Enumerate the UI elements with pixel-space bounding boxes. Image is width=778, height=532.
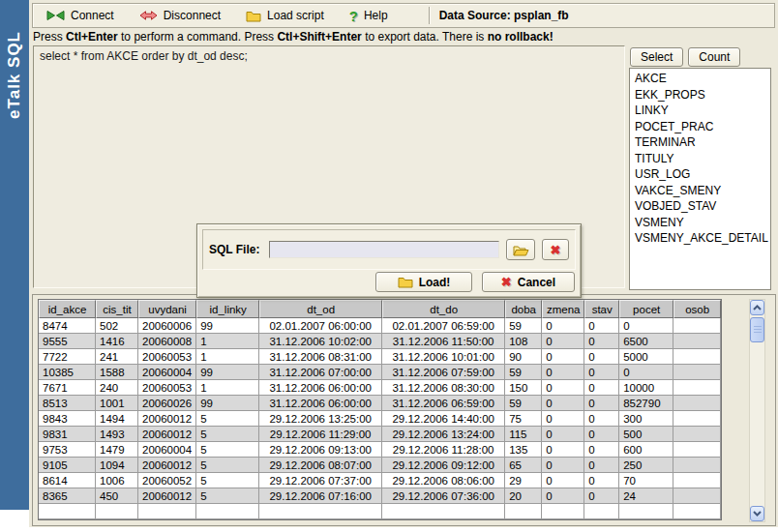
results-panel: id_akcecis_tituvydaniid_linkydt_oddt_dod… <box>32 294 776 526</box>
grid-row[interactable]: 103851588200600049931.12.2006 07:00:0031… <box>39 365 721 380</box>
help-button[interactable]: ? Help <box>344 6 394 26</box>
grid-row[interactable]: 9831149320060012529.12.2006 11:29:0029.1… <box>39 427 721 442</box>
grid-cell: 65 <box>505 458 542 473</box>
brand-sidebar: eTalk SQL <box>0 0 29 510</box>
grid-cell: 1 <box>196 349 259 365</box>
grid-cell: 1479 <box>96 442 138 458</box>
grid-row[interactable]: 8474502200600069902.01.2007 06:00:0002.0… <box>39 318 721 334</box>
grid-row[interactable]: 9753147920060004529.12.2006 09:13:0029.1… <box>39 442 721 458</box>
grid-row[interactable]: 9843149420060012529.12.2006 13:25:0029.1… <box>39 411 721 427</box>
grid-cell: 0 <box>542 411 584 427</box>
grid-column-header[interactable]: pocet <box>619 300 673 318</box>
grid-cell: 0 <box>542 473 584 488</box>
table-actions: Select Count <box>630 47 740 67</box>
grid-cell: 20 <box>505 488 542 504</box>
etalk-sql-window: eTalk SQL Connect Disconnect Load script… <box>0 0 778 532</box>
grid-column-header[interactable]: cis_tit <box>96 300 138 318</box>
grid-cell <box>673 427 721 442</box>
grid-cell: 7671 <box>39 380 96 396</box>
grid-cell <box>673 396 721 411</box>
grid-cell: 90 <box>505 349 542 365</box>
grid-column-header[interactable]: stav <box>584 300 619 318</box>
table-list-item[interactable]: TITULY <box>630 151 770 167</box>
grid-column-header[interactable]: uvydani <box>138 300 196 318</box>
grid-cell: 0 <box>542 318 584 334</box>
grid-header-row: id_akcecis_tituvydaniid_linkydt_oddt_dod… <box>39 300 721 318</box>
grid-cell: 02.01.2007 06:59:00 <box>382 318 505 334</box>
grid-row[interactable]: 767124020060053131.12.2006 06:00:0031.12… <box>39 380 721 396</box>
hint-segment: Ctl+Shift+Enter <box>277 30 361 44</box>
grid-cell: 108 <box>505 334 542 349</box>
toolbar: Connect Disconnect Load script ? Help Da… <box>32 3 775 28</box>
tables-list[interactable]: AKCEEKK_PROPSLINKYPOCET_PRACTERMINARTITU… <box>629 68 771 290</box>
app-title: eTalk SQL <box>5 31 24 119</box>
grid-cell: 0 <box>584 473 619 488</box>
grid-column-header[interactable]: doba <box>505 300 542 318</box>
grid-cell: 0 <box>542 380 584 396</box>
grid-row[interactable]: 9555141620060008131.12.2006 10:02:0031.1… <box>39 334 721 349</box>
table-list-item[interactable]: VAKCE_SMENY <box>630 183 770 199</box>
grid-cell <box>673 349 721 365</box>
select-button[interactable]: Select <box>630 47 683 67</box>
grid-cell <box>673 380 721 396</box>
grid-cell <box>673 488 721 504</box>
grid-column-header[interactable]: id_akce <box>39 300 96 318</box>
grid-cell: 99 <box>196 318 259 334</box>
cancel-button[interactable]: ✖ Cancel <box>482 272 575 292</box>
grid-cell: 0 <box>584 380 619 396</box>
grid-column-header[interactable]: dt_do <box>382 300 505 318</box>
table-list-item[interactable]: TERMINAR <box>630 134 770 151</box>
grid-row[interactable]: 772224120060053131.12.2006 08:31:0031.12… <box>39 349 721 365</box>
count-button[interactable]: Count <box>688 47 740 67</box>
cancel-button-label: Cancel <box>518 276 555 289</box>
grid-cell: 852790 <box>619 396 673 411</box>
grid-cell: 300 <box>619 411 673 427</box>
grid-cell: 20060008 <box>138 334 196 349</box>
table-list-item[interactable]: LINKY <box>630 103 770 119</box>
grid-row[interactable]: 8614100620060052529.12.2006 07:37:0029.1… <box>39 473 721 488</box>
browse-button[interactable] <box>506 239 535 260</box>
connect-button[interactable]: Connect <box>41 7 120 24</box>
load-script-button[interactable]: Load script <box>240 7 330 24</box>
vertical-scrollbar[interactable] <box>749 299 765 522</box>
grid-cell: 0 <box>542 334 584 349</box>
bottom-edge <box>0 527 778 532</box>
grid-column-header[interactable]: osob <box>673 300 721 318</box>
grid-cell: 70 <box>619 473 673 488</box>
grid-cell: 29 <box>505 473 542 488</box>
sql-file-input[interactable] <box>269 241 499 258</box>
scroll-down-button[interactable] <box>750 506 764 521</box>
scrollbar-thumb[interactable] <box>750 317 764 342</box>
grid-cell: 1416 <box>96 334 138 349</box>
table-list-item[interactable]: POCET_PRAC <box>630 119 770 135</box>
grid-column-header[interactable]: id_linky <box>196 300 259 318</box>
grid-cell: 31.12.2006 07:00:00 <box>259 365 382 380</box>
sql-file-panel: SQL File: ✖ <box>202 229 576 270</box>
grid-cell: 0 <box>542 427 584 442</box>
table-list-item[interactable]: VSMENY_AKCE_DETAIL <box>630 230 770 247</box>
grid-cell: 99 <box>196 396 259 411</box>
table-list-item[interactable]: AKCE <box>630 71 770 87</box>
grid-cell: 29.12.2006 09:13:00 <box>259 442 382 458</box>
grid-cell <box>584 504 619 519</box>
grid-row[interactable] <box>39 504 721 519</box>
clear-file-button[interactable]: ✖ <box>542 239 569 260</box>
disconnect-button[interactable]: Disconnect <box>134 7 226 24</box>
grid-row[interactable]: 9105109420060012529.12.2006 08:07:0029.1… <box>39 458 721 473</box>
table-list-item[interactable]: USR_LOG <box>630 166 770 183</box>
table-list-item[interactable]: VOBJED_STAV <box>630 198 770 215</box>
grid-row[interactable]: 836545020060012529.12.2006 07:16:0029.12… <box>39 488 721 504</box>
table-list-item[interactable]: EKK_PROPS <box>630 87 770 103</box>
table-list-item[interactable]: VSMENY <box>630 215 770 231</box>
load-button[interactable]: Load! <box>375 272 472 292</box>
grid-cell: 20060012 <box>138 458 196 473</box>
scroll-up-button[interactable] <box>750 300 764 315</box>
grid-column-header[interactable]: dt_od <box>259 300 382 318</box>
grid-column-header[interactable]: zmena <box>542 300 584 318</box>
grid-row[interactable]: 85131001200600269931.12.2006 06:00:0031.… <box>39 396 721 411</box>
grid-cell: 502 <box>96 318 138 334</box>
grid-cell: 20060026 <box>138 396 196 411</box>
grid-cell: 31.12.2006 06:59:00 <box>382 396 505 411</box>
sql-file-label: SQL File: <box>209 243 259 256</box>
disconnect-icon <box>139 10 158 21</box>
